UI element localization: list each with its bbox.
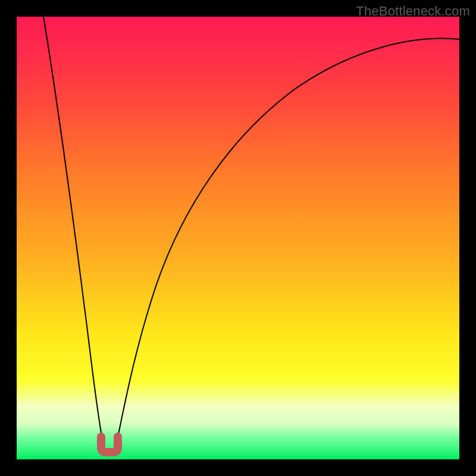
watermark-text: TheBottleneck.com [356,4,470,19]
bottleneck-curve-left [43,17,103,443]
plot-area [17,17,459,459]
chart-frame: TheBottleneck.com [0,0,476,476]
curve-layer [17,17,459,459]
optimal-range-marker [101,437,118,452]
bottleneck-curve-right [117,39,459,443]
